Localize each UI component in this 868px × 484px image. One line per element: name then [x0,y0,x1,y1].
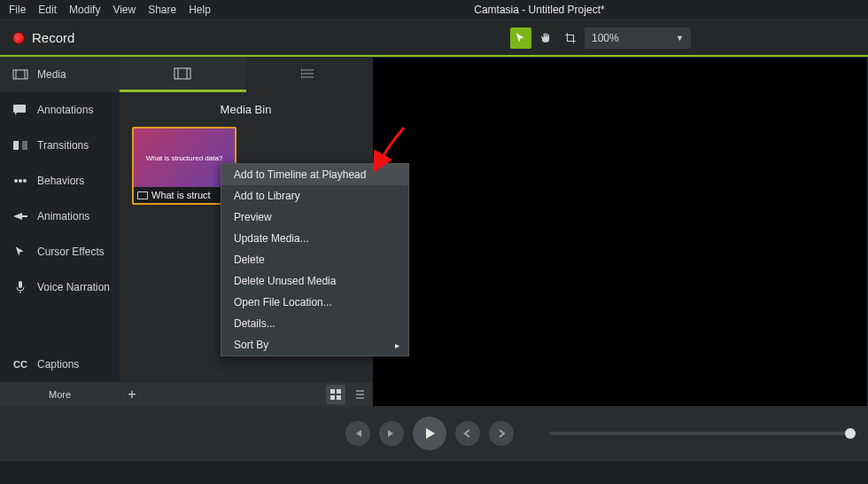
sidebar-item-behaviors[interactable]: Behaviors [0,163,120,199]
bin-tab-clips[interactable] [120,57,246,92]
add-media-button[interactable]: + [120,386,144,402]
chevron-down-icon: ▼ [676,34,684,43]
annotations-icon [12,104,28,116]
transitions-icon [12,139,28,152]
svg-point-6 [14,179,18,183]
svg-rect-19 [138,191,148,199]
sidebar-item-label: Cursor Effects [37,246,105,258]
step-forward-button[interactable] [489,421,514,446]
sidebar-item-label: Transitions [37,139,89,152]
sidebar-item-label: Annotations [37,104,93,116]
sidebar-item-transitions[interactable]: Transitions [0,128,120,163]
mic-icon [12,281,28,293]
clip-icon [137,191,148,199]
timeline-area[interactable] [0,460,868,484]
playhead-dot[interactable] [845,428,856,439]
prev-frame-button[interactable] [345,421,370,446]
cm-sort-by[interactable]: Sort By [221,334,408,355]
sidebar-item-label: Media [37,68,66,81]
pan-tool[interactable] [535,27,556,49]
clip-thumbnail: What is structured data? [134,129,235,187]
cm-details[interactable]: Details... [221,313,408,334]
svg-rect-9 [19,281,22,288]
sidebar-item-voice-narration[interactable]: Voice Narration [0,269,120,305]
menu-share[interactable]: Share [148,4,176,16]
preview-canvas[interactable] [372,57,868,407]
menubar: File Edit Modify View Share Help Camtasi… [0,0,868,20]
menu-view[interactable]: View [112,4,136,16]
main-toolbar: Record 100% ▼ [0,20,868,55]
menu-edit[interactable]: Edit [38,4,57,16]
svg-rect-23 [337,395,341,400]
svg-rect-5 [22,141,27,150]
record-label: Record [32,30,74,45]
sidebar-item-label: Captions [37,358,79,371]
select-tool[interactable] [510,27,531,49]
next-frame-button[interactable] [379,421,404,446]
svg-rect-0 [13,70,27,79]
cm-update-media[interactable]: Update Media... [221,228,408,249]
svg-point-17 [301,73,302,74]
bin-tab-library[interactable] [246,57,373,92]
sidebar-item-media[interactable]: Media [0,57,120,92]
playback-track[interactable] [549,432,850,435]
cm-open-location[interactable]: Open File Location... [221,292,408,313]
svg-point-18 [301,76,302,78]
grid-view-button[interactable] [326,385,345,404]
crop-tool[interactable] [560,27,581,49]
behaviors-icon [12,175,28,187]
sidebar-item-label: Animations [37,210,89,222]
menu-modify[interactable]: Modify [69,4,100,16]
svg-rect-4 [13,141,19,150]
context-menu: Add to Timeline at Playhead Add to Libra… [221,163,409,356]
cm-delete-unused[interactable]: Delete Unused Media [221,270,408,292]
cm-add-timeline[interactable]: Add to Timeline at Playhead [221,164,408,185]
svg-point-7 [19,179,22,183]
sidebar-item-label: Behaviors [37,175,84,187]
svg-rect-10 [174,68,190,79]
record-button[interactable]: Record [0,30,74,45]
sidebar-more[interactable]: More [0,382,120,407]
bin-title: Media Bin [120,92,372,127]
sidebar-item-annotations[interactable]: Annotations [0,92,120,128]
sidebar-item-label: Voice Narration [37,281,110,293]
clip-label-row: What is struct [134,187,235,203]
sidebar-item-animations[interactable]: Animations [0,199,120,234]
cm-add-library[interactable]: Add to Library [221,185,408,207]
svg-rect-3 [13,105,26,113]
media-icon [12,68,28,81]
menu-file[interactable]: File [9,4,26,16]
svg-rect-20 [330,389,335,394]
cursor-effects-icon [12,246,28,258]
tool-sidebar: Media Annotations Transitions Behaviors … [0,57,120,407]
record-icon [12,32,25,44]
svg-point-8 [23,179,27,183]
clip-label: What is struct [151,190,211,200]
step-back-button[interactable] [455,421,480,446]
sidebar-item-captions[interactable]: CC Captions [0,347,120,382]
svg-point-16 [301,69,302,71]
captions-icon: CC [12,358,28,371]
zoom-dropdown[interactable]: 100% ▼ [585,27,691,49]
list-view-button[interactable] [349,385,368,404]
playback-bar [0,407,868,460]
workspace: Media Annotations Transitions Behaviors … [0,57,868,407]
window-title: Camtasia - Untitled Project* [211,4,868,16]
cm-preview[interactable]: Preview [221,207,408,228]
zoom-value: 100% [592,32,619,44]
sidebar-item-cursor-effects[interactable]: Cursor Effects [0,234,120,269]
svg-rect-22 [330,395,335,400]
animations-icon [12,210,28,222]
play-button[interactable] [413,417,446,450]
cm-delete[interactable]: Delete [221,249,408,270]
menu-help[interactable]: Help [189,4,211,16]
svg-rect-21 [337,389,341,394]
